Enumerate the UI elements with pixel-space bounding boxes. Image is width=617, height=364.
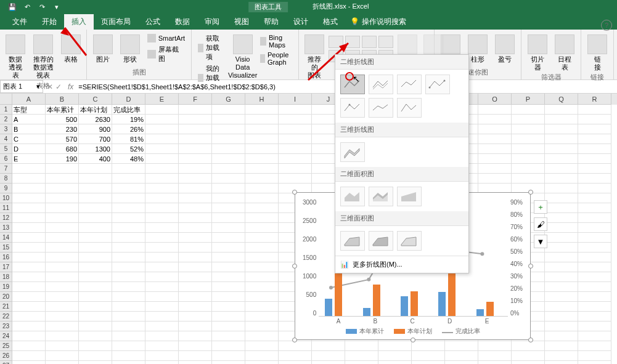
cell-G10[interactable] xyxy=(212,193,245,203)
cell-C23[interactable] xyxy=(79,322,112,331)
tab-design[interactable]: 设计 xyxy=(286,14,316,30)
col-header-C[interactable]: C xyxy=(79,94,112,105)
cell-A7[interactable] xyxy=(12,164,46,174)
cell-C26[interactable] xyxy=(79,351,112,361)
row-header-23[interactable]: 23 xyxy=(0,322,12,331)
worksheet-grid[interactable]: ABCDEFGHIJKLMNOPQR 1车型本年累计本年计划完成比率2A5002… xyxy=(0,94,617,364)
cell-B1[interactable]: 本年累计 xyxy=(46,105,79,115)
smartart-button[interactable]: SmartArt xyxy=(145,33,188,43)
cell-A12[interactable] xyxy=(12,213,46,223)
cell-D4[interactable]: 81% xyxy=(112,134,145,144)
row-header-13[interactable]: 13 xyxy=(0,223,12,233)
cell-B13[interactable] xyxy=(46,223,79,233)
cell-H18[interactable] xyxy=(245,272,279,282)
cell-Q21[interactable] xyxy=(545,302,578,312)
cell-G16[interactable] xyxy=(212,253,245,262)
cell-C7[interactable] xyxy=(79,164,112,174)
tab-formulas[interactable]: 公式 xyxy=(138,14,168,30)
cell-D22[interactable] xyxy=(112,312,145,322)
area-chart-type-3[interactable] xyxy=(397,187,422,206)
cell-G14[interactable] xyxy=(212,233,245,243)
cell-A20[interactable] xyxy=(12,292,46,302)
cell-A19[interactable] xyxy=(12,282,46,292)
cell-B20[interactable] xyxy=(46,292,79,302)
cell-P2[interactable] xyxy=(512,115,545,124)
cell-E3[interactable] xyxy=(145,124,179,134)
cell-R14[interactable] xyxy=(578,233,611,243)
cell-G23[interactable] xyxy=(212,322,245,331)
cell-E19[interactable] xyxy=(145,282,179,292)
cell-I6[interactable] xyxy=(279,154,312,164)
bar-series1-A[interactable] xyxy=(325,299,332,316)
row-header-15[interactable]: 15 xyxy=(0,243,12,253)
cell-L26[interactable] xyxy=(378,351,412,361)
row-header-26[interactable]: 26 xyxy=(0,351,12,361)
row-header-1[interactable]: 1 xyxy=(0,105,12,115)
cell-H5[interactable] xyxy=(245,144,279,154)
cell-O8[interactable] xyxy=(478,174,512,184)
cell-E15[interactable] xyxy=(145,243,179,253)
cell-D1[interactable]: 完成比率 xyxy=(112,105,145,115)
cell-O27[interactable] xyxy=(478,361,512,364)
cell-H19[interactable] xyxy=(245,282,279,292)
cell-Q2[interactable] xyxy=(545,115,578,124)
cell-A16[interactable] xyxy=(12,253,46,262)
cell-L25[interactable] xyxy=(378,341,412,351)
chart-handle-mr[interactable] xyxy=(528,264,533,269)
cell-G25[interactable] xyxy=(212,341,245,351)
tab-file[interactable]: 文件 xyxy=(5,14,35,30)
cell-Q13[interactable] xyxy=(545,223,578,233)
col-header-D[interactable]: D xyxy=(112,94,145,105)
cell-J27[interactable] xyxy=(312,361,345,364)
row-header-19[interactable]: 19 xyxy=(0,282,12,292)
line-chart-type-6[interactable] xyxy=(369,98,393,118)
cell-C8[interactable] xyxy=(79,174,112,184)
cell-A6[interactable]: E xyxy=(12,154,46,164)
cell-R6[interactable] xyxy=(578,154,611,164)
area-chart-type-1[interactable] xyxy=(340,187,365,206)
area-chart-type-2[interactable] xyxy=(369,187,393,206)
cell-O5[interactable] xyxy=(478,144,512,154)
cell-P8[interactable] xyxy=(512,174,545,184)
cell-F12[interactable] xyxy=(179,213,212,223)
bar-series1-B[interactable] xyxy=(363,308,370,316)
row-header-14[interactable]: 14 xyxy=(0,233,12,243)
cell-A10[interactable] xyxy=(12,193,46,203)
cell-R20[interactable] xyxy=(578,292,611,302)
cell-H11[interactable] xyxy=(245,203,279,213)
row-header-12[interactable]: 12 xyxy=(0,213,12,223)
cell-E2[interactable] xyxy=(145,115,179,124)
tab-insert[interactable]: 插入 xyxy=(64,14,94,30)
cell-P5[interactable] xyxy=(512,144,545,154)
cell-A15[interactable] xyxy=(12,243,46,253)
cell-D20[interactable] xyxy=(112,292,145,302)
row-header-5[interactable]: 5 xyxy=(0,144,12,154)
cell-Q19[interactable] xyxy=(545,282,578,292)
cell-E25[interactable] xyxy=(145,341,179,351)
cell-F26[interactable] xyxy=(179,351,212,361)
cell-P6[interactable] xyxy=(512,154,545,164)
cell-G7[interactable] xyxy=(212,164,245,174)
cell-F7[interactable] xyxy=(179,164,212,174)
more-line-charts-button[interactable]: 📊 更多折线图(M)... xyxy=(335,256,468,273)
cell-B24[interactable] xyxy=(46,331,79,341)
cell-E10[interactable] xyxy=(145,193,179,203)
cell-K25[interactable] xyxy=(345,341,378,351)
cell-H2[interactable] xyxy=(245,115,279,124)
cell-B2[interactable]: 500 xyxy=(46,115,79,124)
cell-O25[interactable] xyxy=(478,341,512,351)
cell-R17[interactable] xyxy=(578,262,611,272)
cell-Q26[interactable] xyxy=(545,351,578,361)
cell-G11[interactable] xyxy=(212,203,245,213)
tab-review[interactable]: 审阅 xyxy=(197,14,227,30)
cell-H7[interactable] xyxy=(245,164,279,174)
cell-I4[interactable] xyxy=(279,134,312,144)
cell-D19[interactable] xyxy=(112,282,145,292)
cell-B14[interactable] xyxy=(46,233,79,243)
col-header-H[interactable]: H xyxy=(245,94,279,105)
col-header-E[interactable]: E xyxy=(145,94,179,105)
cell-H17[interactable] xyxy=(245,262,279,272)
cell-D27[interactable] xyxy=(112,361,145,364)
cell-B9[interactable] xyxy=(46,184,79,193)
cell-H6[interactable] xyxy=(245,154,279,164)
